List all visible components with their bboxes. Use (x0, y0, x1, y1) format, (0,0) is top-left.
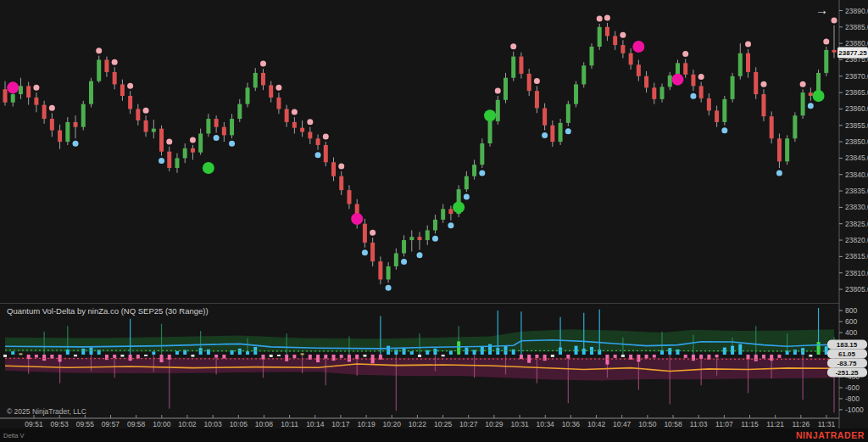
delta-bar (89, 348, 92, 355)
indicator-panel[interactable] (0, 304, 839, 418)
delta-bar (222, 355, 225, 359)
time-label: 11:15 (741, 420, 759, 428)
candle (339, 176, 343, 190)
candle (527, 74, 531, 91)
signal-dot-magenta (632, 41, 644, 53)
time-label: 11:07 (715, 420, 733, 428)
signal-dot-blue (448, 222, 453, 228)
time-label: 11:21 (766, 420, 784, 428)
candle (809, 92, 813, 96)
candle (378, 261, 382, 279)
candle (738, 53, 743, 76)
delta-bar (410, 351, 414, 355)
signal-dot-pink (275, 85, 281, 91)
indicator-badge-orange: -251.25 (827, 368, 867, 378)
delta-bar (543, 355, 547, 361)
candle (801, 92, 805, 115)
signal-dot-pink (370, 230, 376, 236)
svg-text:61.05: 61.05 (838, 350, 856, 358)
candle (167, 152, 171, 168)
candle (198, 133, 203, 152)
candle (206, 119, 210, 133)
signal-dot-magenta (351, 213, 363, 225)
delta-bar (551, 355, 554, 357)
delta-bar (496, 348, 499, 355)
price-tick-label: 23885.00 (845, 23, 868, 31)
candle (644, 76, 648, 88)
signal-dot-pink (698, 74, 704, 80)
time-label: 11:03 (690, 420, 708, 428)
candle (668, 76, 672, 87)
indicator-badge-cyan: 183.15 (827, 340, 867, 350)
indicator-tick-label: 800 (845, 306, 857, 315)
delta-bar (535, 355, 538, 358)
time-label: 09:53 (51, 420, 70, 428)
delta-bar (270, 355, 273, 357)
delta-bar (715, 355, 719, 357)
signal-dot-blue (386, 285, 392, 291)
delta-bar (19, 353, 22, 355)
delta-bar (285, 355, 288, 361)
delta-bar (777, 355, 781, 358)
candle (550, 126, 554, 142)
candle (731, 76, 735, 99)
delta-bar (762, 355, 765, 359)
signal-dot-pink (292, 109, 298, 115)
signal-dot-pink (307, 119, 313, 125)
delta-bar (246, 351, 249, 355)
candle (566, 104, 570, 123)
candle (3, 89, 8, 102)
candle (237, 104, 242, 119)
delta-bar (191, 355, 194, 357)
candle (191, 148, 195, 153)
candle (65, 122, 70, 142)
delta-bar (442, 355, 445, 356)
delta-bar (605, 355, 609, 365)
candle (183, 148, 187, 159)
price-tick-label: 23870.00 (845, 72, 868, 81)
price-tick-label: 23815.00 (845, 252, 868, 260)
candle (387, 266, 391, 279)
signal-dot-pink (323, 134, 329, 140)
go-to-latest-arrow-button[interactable]: → (815, 3, 828, 17)
price-tick-label: 23890.00 (845, 7, 868, 15)
candle (699, 86, 704, 98)
delta-bar (684, 355, 687, 358)
delta-v-tab[interactable]: Delta V (3, 432, 25, 439)
delta-bar (747, 355, 750, 360)
candle (660, 87, 665, 98)
signal-dot-pink (682, 51, 688, 57)
candle (42, 105, 47, 119)
candle (120, 84, 125, 96)
copyright-text: © 2025 NinjaTrader, LLC (7, 407, 86, 416)
delta-bar (387, 346, 390, 355)
time-label: 10:25 (434, 420, 453, 428)
delta-bar (668, 348, 671, 355)
candle (175, 158, 179, 168)
candle (363, 224, 367, 243)
delta-bar (770, 355, 773, 361)
time-label: 10:02 (178, 420, 197, 428)
candle (285, 109, 289, 121)
delta-bar (355, 355, 359, 359)
signal-dot-blue (776, 171, 782, 176)
signal-dot-blue (432, 236, 438, 242)
candle (761, 94, 765, 116)
delta-bar (152, 351, 155, 355)
candle (511, 57, 515, 78)
time-label: 10:36 (562, 420, 581, 428)
price-chart-panel[interactable] (0, 0, 839, 303)
time-label: 11:31 (818, 420, 836, 428)
signal-dot-pink (495, 87, 501, 93)
signal-dot-blue (214, 135, 220, 141)
time-label: 10:34 (537, 420, 555, 428)
candle (785, 138, 789, 161)
candle (715, 110, 719, 122)
signal-dot-green (453, 201, 465, 213)
candle (308, 132, 312, 139)
signal-dot-pink (604, 14, 610, 20)
candle (832, 50, 837, 53)
candle (433, 220, 437, 231)
delta-bar (473, 350, 476, 355)
delta-bar (504, 346, 507, 355)
